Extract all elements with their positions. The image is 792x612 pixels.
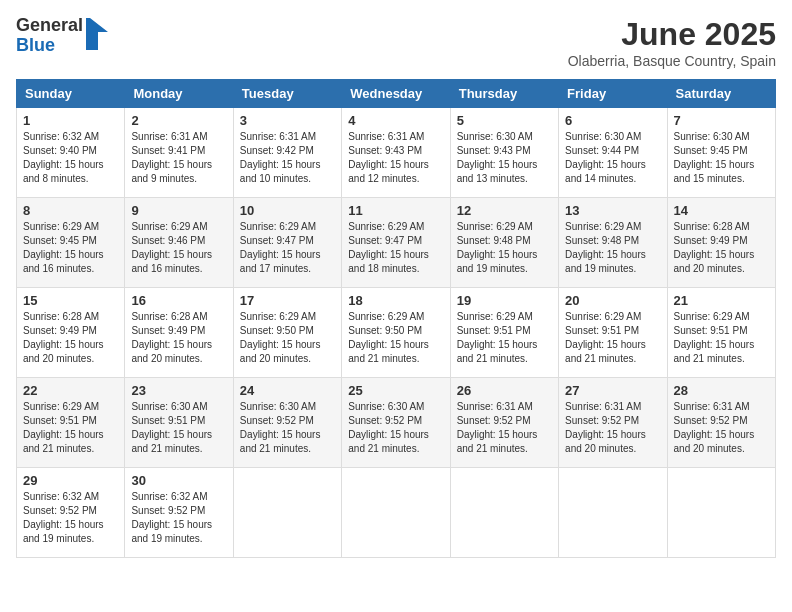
day-info: Sunrise: 6:30 AMSunset: 9:52 PMDaylight:… (348, 400, 443, 456)
day-number: 2 (131, 113, 226, 128)
table-row: 4Sunrise: 6:31 AMSunset: 9:43 PMDaylight… (342, 108, 450, 198)
page-header: General Blue June 2025 Olaberria, Basque… (16, 16, 776, 69)
table-row: 11Sunrise: 6:29 AMSunset: 9:47 PMDayligh… (342, 198, 450, 288)
day-info: Sunrise: 6:31 AMSunset: 9:41 PMDaylight:… (131, 130, 226, 186)
day-number: 24 (240, 383, 335, 398)
day-info: Sunrise: 6:29 AMSunset: 9:47 PMDaylight:… (240, 220, 335, 276)
day-info: Sunrise: 6:30 AMSunset: 9:51 PMDaylight:… (131, 400, 226, 456)
day-info: Sunrise: 6:29 AMSunset: 9:51 PMDaylight:… (23, 400, 118, 456)
day-number: 4 (348, 113, 443, 128)
day-info: Sunrise: 6:30 AMSunset: 9:52 PMDaylight:… (240, 400, 335, 456)
header-sunday: Sunday (17, 80, 125, 108)
table-row: 16Sunrise: 6:28 AMSunset: 9:49 PMDayligh… (125, 288, 233, 378)
table-row: 30Sunrise: 6:32 AMSunset: 9:52 PMDayligh… (125, 468, 233, 558)
table-row: 6Sunrise: 6:30 AMSunset: 9:44 PMDaylight… (559, 108, 667, 198)
day-info: Sunrise: 6:32 AMSunset: 9:40 PMDaylight:… (23, 130, 118, 186)
table-row: 15Sunrise: 6:28 AMSunset: 9:49 PMDayligh… (17, 288, 125, 378)
table-row: 14Sunrise: 6:28 AMSunset: 9:49 PMDayligh… (667, 198, 775, 288)
day-info: Sunrise: 6:30 AMSunset: 9:45 PMDaylight:… (674, 130, 769, 186)
day-number: 12 (457, 203, 552, 218)
day-number: 27 (565, 383, 660, 398)
table-row: 12Sunrise: 6:29 AMSunset: 9:48 PMDayligh… (450, 198, 558, 288)
table-row: 10Sunrise: 6:29 AMSunset: 9:47 PMDayligh… (233, 198, 341, 288)
day-number: 8 (23, 203, 118, 218)
day-info: Sunrise: 6:28 AMSunset: 9:49 PMDaylight:… (23, 310, 118, 366)
day-info: Sunrise: 6:30 AMSunset: 9:43 PMDaylight:… (457, 130, 552, 186)
day-info: Sunrise: 6:29 AMSunset: 9:51 PMDaylight:… (457, 310, 552, 366)
day-number: 7 (674, 113, 769, 128)
header-tuesday: Tuesday (233, 80, 341, 108)
day-number: 23 (131, 383, 226, 398)
day-number: 10 (240, 203, 335, 218)
day-info: Sunrise: 6:31 AMSunset: 9:43 PMDaylight:… (348, 130, 443, 186)
table-row: 13Sunrise: 6:29 AMSunset: 9:48 PMDayligh… (559, 198, 667, 288)
table-row: 29Sunrise: 6:32 AMSunset: 9:52 PMDayligh… (17, 468, 125, 558)
table-row: 2Sunrise: 6:31 AMSunset: 9:41 PMDaylight… (125, 108, 233, 198)
table-row: 5Sunrise: 6:30 AMSunset: 9:43 PMDaylight… (450, 108, 558, 198)
day-number: 19 (457, 293, 552, 308)
table-row: 9Sunrise: 6:29 AMSunset: 9:46 PMDaylight… (125, 198, 233, 288)
calendar-week-row: 15Sunrise: 6:28 AMSunset: 9:49 PMDayligh… (17, 288, 776, 378)
day-number: 17 (240, 293, 335, 308)
day-info: Sunrise: 6:29 AMSunset: 9:48 PMDaylight:… (565, 220, 660, 276)
table-row (559, 468, 667, 558)
day-number: 6 (565, 113, 660, 128)
table-row: 24Sunrise: 6:30 AMSunset: 9:52 PMDayligh… (233, 378, 341, 468)
header-friday: Friday (559, 80, 667, 108)
day-number: 11 (348, 203, 443, 218)
day-info: Sunrise: 6:30 AMSunset: 9:44 PMDaylight:… (565, 130, 660, 186)
month-title: June 2025 (568, 16, 776, 53)
day-number: 9 (131, 203, 226, 218)
day-info: Sunrise: 6:31 AMSunset: 9:52 PMDaylight:… (674, 400, 769, 456)
day-info: Sunrise: 6:32 AMSunset: 9:52 PMDaylight:… (131, 490, 226, 546)
table-row: 17Sunrise: 6:29 AMSunset: 9:50 PMDayligh… (233, 288, 341, 378)
calendar-table: Sunday Monday Tuesday Wednesday Thursday… (16, 79, 776, 558)
day-info: Sunrise: 6:29 AMSunset: 9:47 PMDaylight:… (348, 220, 443, 276)
table-row: 23Sunrise: 6:30 AMSunset: 9:51 PMDayligh… (125, 378, 233, 468)
location-title: Olaberria, Basque Country, Spain (568, 53, 776, 69)
day-number: 21 (674, 293, 769, 308)
day-number: 20 (565, 293, 660, 308)
day-number: 15 (23, 293, 118, 308)
day-info: Sunrise: 6:29 AMSunset: 9:46 PMDaylight:… (131, 220, 226, 276)
day-info: Sunrise: 6:29 AMSunset: 9:51 PMDaylight:… (565, 310, 660, 366)
svg-marker-0 (86, 18, 108, 50)
table-row: 26Sunrise: 6:31 AMSunset: 9:52 PMDayligh… (450, 378, 558, 468)
day-info: Sunrise: 6:31 AMSunset: 9:42 PMDaylight:… (240, 130, 335, 186)
table-row: 19Sunrise: 6:29 AMSunset: 9:51 PMDayligh… (450, 288, 558, 378)
header-saturday: Saturday (667, 80, 775, 108)
table-row: 8Sunrise: 6:29 AMSunset: 9:45 PMDaylight… (17, 198, 125, 288)
header-wednesday: Wednesday (342, 80, 450, 108)
table-row: 25Sunrise: 6:30 AMSunset: 9:52 PMDayligh… (342, 378, 450, 468)
day-number: 28 (674, 383, 769, 398)
day-number: 1 (23, 113, 118, 128)
day-info: Sunrise: 6:29 AMSunset: 9:48 PMDaylight:… (457, 220, 552, 276)
calendar-week-row: 29Sunrise: 6:32 AMSunset: 9:52 PMDayligh… (17, 468, 776, 558)
header-thursday: Thursday (450, 80, 558, 108)
logo-icon (86, 18, 108, 50)
day-number: 22 (23, 383, 118, 398)
day-info: Sunrise: 6:29 AMSunset: 9:45 PMDaylight:… (23, 220, 118, 276)
day-info: Sunrise: 6:29 AMSunset: 9:50 PMDaylight:… (348, 310, 443, 366)
calendar-week-row: 8Sunrise: 6:29 AMSunset: 9:45 PMDaylight… (17, 198, 776, 288)
day-info: Sunrise: 6:28 AMSunset: 9:49 PMDaylight:… (674, 220, 769, 276)
table-row (667, 468, 775, 558)
day-number: 30 (131, 473, 226, 488)
table-row: 21Sunrise: 6:29 AMSunset: 9:51 PMDayligh… (667, 288, 775, 378)
title-area: June 2025 Olaberria, Basque Country, Spa… (568, 16, 776, 69)
day-number: 13 (565, 203, 660, 218)
day-number: 26 (457, 383, 552, 398)
day-info: Sunrise: 6:29 AMSunset: 9:50 PMDaylight:… (240, 310, 335, 366)
day-number: 29 (23, 473, 118, 488)
table-row: 7Sunrise: 6:30 AMSunset: 9:45 PMDaylight… (667, 108, 775, 198)
table-row: 1Sunrise: 6:32 AMSunset: 9:40 PMDaylight… (17, 108, 125, 198)
table-row: 22Sunrise: 6:29 AMSunset: 9:51 PMDayligh… (17, 378, 125, 468)
table-row: 3Sunrise: 6:31 AMSunset: 9:42 PMDaylight… (233, 108, 341, 198)
day-number: 25 (348, 383, 443, 398)
day-info: Sunrise: 6:31 AMSunset: 9:52 PMDaylight:… (565, 400, 660, 456)
calendar-week-row: 1Sunrise: 6:32 AMSunset: 9:40 PMDaylight… (17, 108, 776, 198)
table-row: 27Sunrise: 6:31 AMSunset: 9:52 PMDayligh… (559, 378, 667, 468)
table-row (450, 468, 558, 558)
header-monday: Monday (125, 80, 233, 108)
day-number: 16 (131, 293, 226, 308)
